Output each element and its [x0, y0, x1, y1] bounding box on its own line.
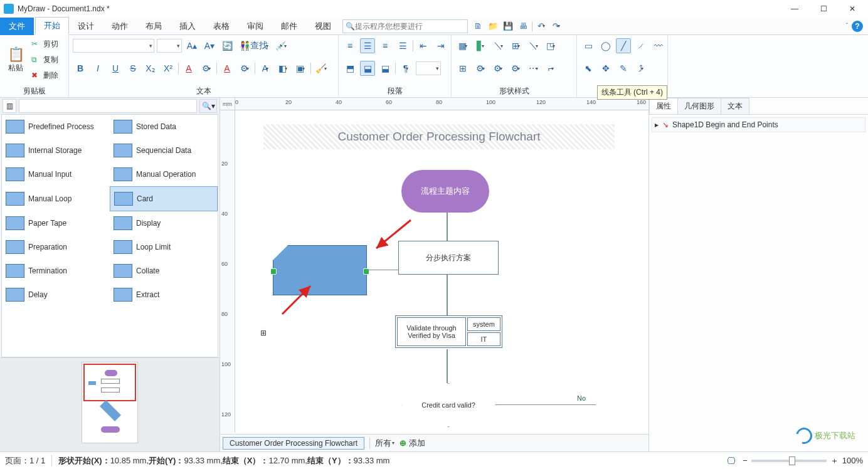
align-right-icon[interactable]: ≡	[378, 38, 393, 53]
align-center-icon[interactable]: ☰	[360, 38, 375, 53]
gear2-icon[interactable]: ⚙▾	[237, 61, 252, 76]
themes-icon[interactable]: ▦▾	[455, 38, 470, 53]
start-shape[interactable]: 流程主题内容	[401, 170, 489, 213]
replace-icon[interactable]: 🔄	[220, 38, 235, 53]
find-icon[interactable]: 👫 查找▾	[237, 38, 271, 53]
linespace-dropdown[interactable]	[416, 61, 441, 75]
grow-font-icon[interactable]: A▴	[184, 38, 199, 53]
ellipse-tool-icon[interactable]: ◯	[598, 38, 613, 53]
save-icon[interactable]: 💾	[502, 20, 514, 33]
indent-icon[interactable]: ⇥	[433, 38, 448, 53]
tell-me-input[interactable]	[355, 22, 465, 31]
pan-tool-icon[interactable]: ✥	[598, 61, 613, 76]
curve-tool-icon[interactable]: 〰	[651, 38, 666, 53]
delete-button[interactable]: ✖删除	[30, 68, 60, 83]
menu-tab-view[interactable]: 视图	[306, 18, 340, 35]
flowchart-title[interactable]: Customer Order Processing Flowchart	[263, 124, 615, 149]
dash-icon[interactable]: ⋯▾	[526, 61, 541, 76]
menu-tab-insert[interactable]: 插入	[171, 18, 204, 35]
geometry-icon[interactable]: ◳▾	[543, 38, 558, 53]
valign-bot-icon[interactable]: ⬓	[378, 61, 393, 76]
table-icon[interactable]: ⊞▾	[508, 38, 523, 53]
valign-top-icon[interactable]: ⬒	[342, 61, 357, 76]
collapse-ribbon-icon[interactable]: ˇ	[846, 23, 848, 29]
shape-item-manual-input[interactable]: Manual Input	[2, 162, 110, 186]
fillcolor-icon[interactable]: ▋▾	[473, 38, 488, 53]
undo-icon[interactable]: ↶▾	[535, 20, 548, 33]
fill-icon[interactable]: ▣▾	[293, 61, 308, 76]
minimize-button[interactable]: —	[780, 0, 809, 18]
pen-tool-icon[interactable]: ✎	[616, 61, 631, 76]
panel-toggle-icon[interactable]: ▥	[3, 99, 16, 113]
linecolor-icon[interactable]: ＼▾	[490, 38, 505, 53]
pages-dropdown[interactable]: 所有	[375, 438, 391, 449]
menu-tab-mail[interactable]: 邮件	[272, 18, 306, 35]
shape-item-collate[interactable]: Collate	[110, 259, 218, 283]
property-row[interactable]: ▸ ↘ Shape1D Begin and End Points	[652, 117, 865, 132]
align-left-icon[interactable]: ≡	[342, 38, 357, 53]
open-icon[interactable]: 📁	[487, 20, 499, 33]
rect-tool-icon[interactable]: ▭	[581, 38, 596, 53]
close-button[interactable]: ✕	[838, 0, 867, 18]
shape-item-paper-tape[interactable]: Paper Tape	[2, 211, 110, 235]
shape-item-predefined-process[interactable]: Predefined Process	[2, 115, 110, 139]
shape-item-sequencial-data[interactable]: Sequencial Data	[110, 139, 218, 162]
tab-properties[interactable]: 属性	[649, 98, 678, 114]
gear4-icon[interactable]: ⚙▾	[473, 61, 488, 76]
page-thumbnail-1[interactable]	[82, 362, 138, 443]
shape-item-preparation[interactable]: Preparation	[2, 235, 110, 259]
eyedropper-icon[interactable]: 💉▾	[273, 38, 288, 53]
shrink-font-icon[interactable]: A▾	[202, 38, 217, 53]
maximize-button[interactable]: ☐	[809, 0, 838, 18]
menu-tab-table[interactable]: 表格	[204, 18, 238, 35]
font-family-dropdown[interactable]	[73, 39, 154, 53]
fontfx-icon[interactable]: A▾	[258, 61, 273, 76]
outdent-icon[interactable]: ⇤	[416, 38, 431, 53]
stroke-icon[interactable]: ＼▾	[526, 38, 541, 53]
menu-tab-action[interactable]: 动作	[103, 18, 137, 35]
font-size-dropdown[interactable]	[157, 39, 182, 53]
zoom-out-icon[interactable]: −	[743, 456, 748, 465]
font-color-icon[interactable]: A	[181, 61, 196, 76]
sheet-tab-1[interactable]: Customer Order Processing Flowchart	[223, 437, 364, 450]
print-icon[interactable]: 🖶	[517, 20, 529, 33]
superscript-icon[interactable]: X²	[161, 61, 176, 76]
add-page-button[interactable]: ⊕ 添加	[400, 438, 425, 449]
valign-mid-icon[interactable]: ⬓	[360, 61, 375, 76]
justify-icon[interactable]: ☰	[395, 38, 410, 53]
arc-tool-icon[interactable]: ⟋	[633, 38, 648, 53]
help-icon[interactable]: ?	[852, 21, 863, 32]
paste-button[interactable]: 📋 粘贴	[4, 36, 28, 83]
zoom-value[interactable]: 100%	[842, 456, 863, 465]
shape-item-stored-data[interactable]: Stored Data	[110, 115, 218, 139]
pilcrow-icon[interactable]: ¶▾	[398, 61, 413, 76]
expand-icon[interactable]: ▸	[655, 120, 659, 129]
menu-tab-review[interactable]: 审阅	[238, 18, 272, 35]
file-menu[interactable]: 文件	[0, 18, 34, 35]
shape-item-loop-limit[interactable]: Loop Limit	[110, 235, 218, 259]
page-thumbnails[interactable]	[0, 357, 220, 451]
highlight-icon[interactable]: A	[220, 61, 235, 76]
italic-icon[interactable]: I	[90, 61, 105, 76]
tab-geometry[interactable]: 几何图形	[677, 98, 721, 114]
zoom-slider[interactable]	[751, 460, 827, 462]
corner-icon[interactable]: ⌐▾	[543, 61, 558, 76]
connector-tool-icon[interactable]: ⤴▾	[633, 61, 648, 76]
shape-item-extract[interactable]: Extract	[110, 283, 218, 307]
shape-item-display[interactable]: Display	[110, 211, 218, 235]
shape-item-termination[interactable]: Termination	[2, 259, 110, 283]
shape-item-card[interactable]: Card	[110, 186, 218, 211]
menu-tab-layout[interactable]: 布局	[137, 18, 171, 35]
tab-text[interactable]: 文本	[721, 98, 749, 114]
shape-item-manual-operation[interactable]: Manual Operation	[110, 162, 218, 186]
gear6-icon[interactable]: ⚙▾	[508, 61, 523, 76]
shape-item-manual-loop[interactable]: Manual Loop	[2, 186, 110, 211]
clear-format-icon[interactable]: 🧹▾	[314, 61, 329, 76]
redo-icon[interactable]: ↷▾	[550, 20, 563, 33]
gear3-icon[interactable]: ⊞	[455, 61, 470, 76]
font-style-icon[interactable]: ⚙▾	[199, 61, 214, 76]
copy-button[interactable]: ⧉复制	[30, 52, 60, 67]
shape-search-input[interactable]	[19, 99, 197, 113]
zoom-in-icon[interactable]: ＋	[830, 455, 839, 466]
gear5-icon[interactable]: ⚙▾	[490, 61, 505, 76]
